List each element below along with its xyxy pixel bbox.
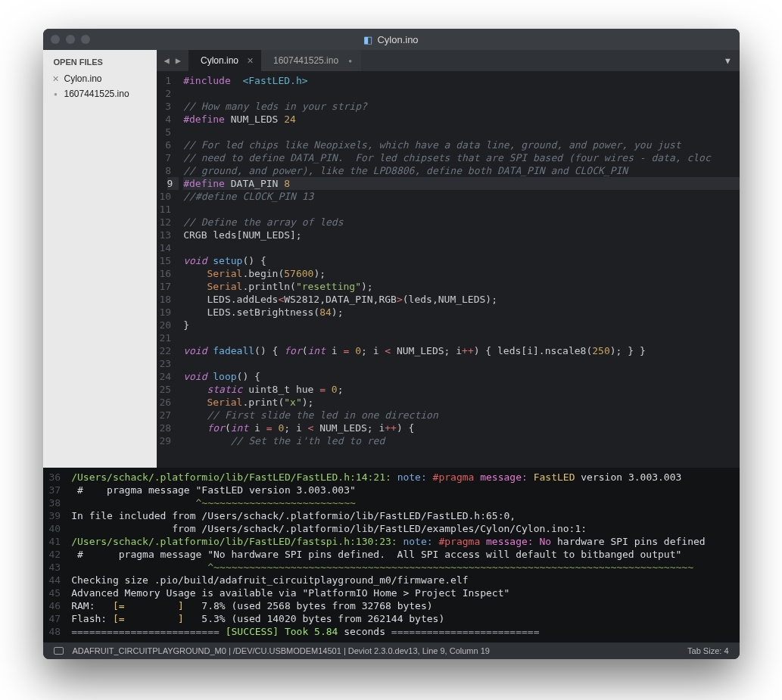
tab-label: 1607441525.ino	[273, 55, 338, 66]
tab-overflow-icon[interactable]: ▼	[725, 56, 731, 66]
code-editor[interactable]: 1234567891011121314151617181920212223242…	[157, 71, 740, 468]
close-icon[interactable]	[51, 35, 60, 44]
editor-window: ◧Cylon.ino OPEN FILES ✕ Cylon.ino ● 1607…	[43, 29, 740, 659]
sidebar-item-label: 1607441525.ino	[64, 89, 129, 99]
modified-icon: ●	[52, 91, 60, 98]
minimize-icon[interactable]	[66, 35, 75, 44]
sidebar: OPEN FILES ✕ Cylon.ino ● 1607441525.ino	[43, 50, 157, 468]
sidebar-item-label: Cylon.ino	[64, 73, 102, 84]
close-icon[interactable]: ✕	[247, 56, 254, 66]
tab-cylon[interactable]: Cylon.ino ✕	[188, 50, 261, 71]
titlebar[interactable]: ◧Cylon.ino	[43, 29, 740, 50]
tab-bar: ◀ ▶ Cylon.ino ✕ 1607441525.ino ● ▼	[157, 50, 740, 71]
tab-1607441525[interactable]: 1607441525.ino ●	[261, 50, 361, 71]
console-content[interactable]: /Users/schack/.platformio/lib/FastLED/Fa…	[68, 468, 739, 642]
nav-back-icon[interactable]: ◀	[164, 55, 170, 66]
traffic-lights	[51, 35, 90, 44]
document-icon: ◧	[363, 34, 372, 45]
status-left[interactable]: ADAFRUIT_CIRCUITPLAYGROUND_M0 | /DEV/CU.…	[73, 646, 490, 655]
window-title: ◧Cylon.ino	[43, 34, 740, 45]
sidebar-header: OPEN FILES	[43, 50, 157, 71]
status-tabsize[interactable]: Tab Size: 4	[687, 646, 728, 655]
status-bar: ADAFRUIT_CIRCUITPLAYGROUND_M0 | /DEV/CU.…	[43, 642, 740, 659]
zoom-icon[interactable]	[81, 35, 90, 44]
tab-history-nav: ◀ ▶	[157, 55, 188, 66]
line-gutter: 1234567891011121314151617181920212223242…	[157, 71, 179, 468]
panel-icon[interactable]	[54, 647, 64, 655]
sidebar-item-cylon[interactable]: ✕ Cylon.ino	[43, 71, 157, 86]
tab-label: Cylon.ino	[201, 55, 238, 66]
editor-pane: ◀ ▶ Cylon.ino ✕ 1607441525.ino ● ▼ 12345…	[157, 50, 740, 468]
sidebar-item-1607441525[interactable]: ● 1607441525.ino	[43, 86, 157, 101]
modified-icon: ●	[348, 58, 352, 64]
code-content[interactable]: #include <FastLED.h> // How many leds in…	[179, 71, 739, 468]
nav-forward-icon[interactable]: ▶	[176, 55, 181, 66]
build-console[interactable]: 36373839404142434445464748 /Users/schack…	[43, 468, 740, 642]
close-icon[interactable]: ✕	[52, 74, 60, 84]
console-gutter: 36373839404142434445464748	[43, 468, 69, 642]
